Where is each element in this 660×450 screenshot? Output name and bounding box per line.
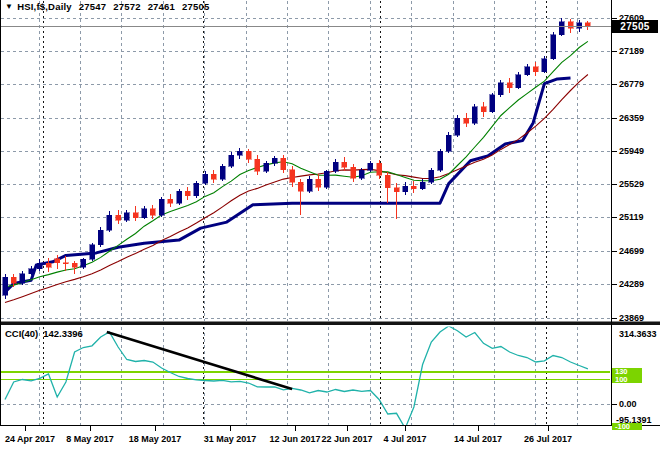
candlestick xyxy=(124,213,129,220)
open-value: 27547 xyxy=(79,1,106,12)
candlestick xyxy=(559,22,564,35)
candlestick xyxy=(411,186,416,188)
price-scale-label: 24289 xyxy=(619,279,644,290)
candlestick xyxy=(446,135,451,151)
candlestick xyxy=(98,230,103,244)
panel-borders xyxy=(0,0,660,431)
chart-canvas[interactable] xyxy=(0,0,660,450)
candlestick xyxy=(281,158,286,169)
candlestick xyxy=(177,191,182,203)
candlestick xyxy=(229,155,234,166)
candlestick xyxy=(203,174,208,183)
candlestick xyxy=(577,23,582,29)
candlestick xyxy=(307,179,312,191)
candlestick xyxy=(211,174,216,179)
cci-level-100-tag: 100 xyxy=(612,376,642,384)
candlestick xyxy=(342,162,347,167)
candlestick xyxy=(168,199,173,203)
time-scale-label: 24 Apr 2017 xyxy=(0,434,62,444)
cci-line xyxy=(5,326,588,428)
candlestick xyxy=(63,263,68,264)
candlestick xyxy=(272,158,277,163)
time-scale-label: 14 Jul 2017 xyxy=(446,434,510,444)
candlestick xyxy=(81,259,86,267)
candlestick xyxy=(159,199,164,215)
close-value: 27505 xyxy=(182,1,209,12)
candlestick xyxy=(11,277,16,283)
time-scale-label: 8 May 2017 xyxy=(58,434,122,444)
grid-lines xyxy=(1,1,610,425)
candlestick xyxy=(150,209,155,215)
ohlc-header: ▼HSI,f$,Daily27547275722746127505 xyxy=(5,1,209,13)
candlestick xyxy=(20,274,25,284)
cci-level-minus100-tag: -100 xyxy=(612,423,642,430)
candlestick xyxy=(324,171,329,187)
candlestick xyxy=(472,107,477,123)
symbol-dropdown-icon: ▼ xyxy=(5,2,13,11)
candlestick xyxy=(438,151,443,170)
ma-slow-line xyxy=(5,75,588,303)
candlestick xyxy=(37,263,42,269)
price-scale-label: 23869 xyxy=(619,313,644,324)
candlestick xyxy=(116,215,121,220)
cci-scale-max: 314.3633 xyxy=(619,329,657,340)
candlestick xyxy=(507,83,512,88)
time-scale-label: 18 May 2017 xyxy=(123,434,187,444)
time-scale-label: 22 Jun 2017 xyxy=(315,434,379,444)
candlestick xyxy=(185,191,190,196)
candlestick xyxy=(420,182,425,188)
candlestick xyxy=(237,151,242,155)
candlestick xyxy=(516,75,521,88)
candlestick xyxy=(585,23,590,26)
candlestick xyxy=(29,269,34,274)
candlestick xyxy=(55,259,60,263)
candlestick xyxy=(333,162,338,171)
candlestick xyxy=(90,245,95,259)
time-scale-label: 31 May 2017 xyxy=(198,434,262,444)
candlestick xyxy=(46,263,51,267)
price-scale-label: 26779 xyxy=(619,79,644,90)
candlestick xyxy=(316,179,321,187)
candlestick xyxy=(385,175,390,188)
time-scale-label: 26 Jul 2017 xyxy=(516,434,580,444)
price-scale-label: 27609 xyxy=(619,13,644,24)
candlestick xyxy=(429,170,434,182)
candlestick xyxy=(142,209,147,218)
price-scale-label: 25529 xyxy=(619,179,644,190)
price-scale-label: 24699 xyxy=(619,246,644,257)
price-scale-label: 25949 xyxy=(619,146,644,157)
price-scale-label: 25119 xyxy=(619,212,644,223)
cci-level-130-tag: 130 xyxy=(612,368,642,376)
candlestick xyxy=(568,22,573,28)
candlestick xyxy=(3,277,8,295)
candlestick xyxy=(498,83,503,95)
candlestick xyxy=(542,59,547,72)
candlestick xyxy=(290,170,295,183)
cci-scale-zero: 0.00 xyxy=(619,399,637,410)
cci-indicator-name: CCI(40) xyxy=(5,328,38,339)
candlestick xyxy=(551,35,556,59)
candlestick xyxy=(220,166,225,179)
price-scale-label: 27189 xyxy=(619,46,644,57)
candlestick xyxy=(403,186,408,192)
candlestick xyxy=(525,67,530,75)
candlestick xyxy=(455,118,460,135)
cci-line-layer xyxy=(5,326,588,428)
candlestick xyxy=(533,67,538,72)
cci-levels xyxy=(1,372,610,380)
price-scale-label: 26359 xyxy=(619,113,644,124)
candlestick xyxy=(394,188,399,192)
candlestick xyxy=(377,163,382,175)
candlestick xyxy=(481,107,486,112)
candles-layer xyxy=(3,18,591,299)
cci-indicator-header: CCI(40)142.3396 xyxy=(5,328,83,339)
candlestick xyxy=(490,95,495,112)
candlestick xyxy=(72,263,77,267)
time-scale-label: 4 Jul 2017 xyxy=(373,434,437,444)
cci-indicator-value: 142.3396 xyxy=(43,328,83,339)
candlestick xyxy=(464,118,469,123)
candlestick xyxy=(298,182,303,191)
candlestick xyxy=(107,215,112,230)
candlestick xyxy=(264,163,269,171)
low-value: 27461 xyxy=(148,1,175,12)
